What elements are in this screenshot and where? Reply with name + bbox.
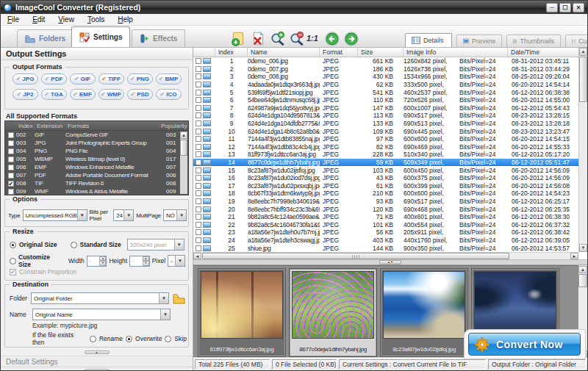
file-list-vscrollbar[interactable]: ▲ ▼ [578, 48, 587, 252]
add-files-icon[interactable] [230, 31, 246, 47]
file-checkbox[interactable] [196, 58, 201, 64]
col-extension[interactable]: Extension [35, 121, 65, 130]
format-button-gif[interactable]: ✔GIF [70, 73, 96, 84]
format-button-tiff[interactable]: ✔TIFF [98, 73, 124, 84]
constrain-checkbox[interactable]: ✔ [10, 269, 16, 275]
thumbnail-cell-3[interactable]: 8c23af87jw1du02ijsfloj.jpg [380, 268, 468, 357]
format-button-jpg[interactable]: ✔JPG [12, 73, 38, 84]
chevron-down-icon[interactable]: ▼ [176, 210, 186, 220]
file-row-5[interactable]: 5539f69f5jw1dtf21siopj.jpgJPEG541 KB460x… [193, 88, 578, 96]
scrollbar-thumb[interactable] [180, 140, 187, 156]
splitter-handle[interactable]: ▲▼ [379, 260, 401, 264]
radio-standard-size[interactable] [71, 242, 77, 248]
zoom-out-icon[interactable] [289, 31, 305, 47]
zoom-in-icon[interactable] [270, 31, 286, 47]
col-size[interactable]: Size [358, 48, 404, 57]
file-row-9[interactable]: 9624d4e1dga104dfdb2775&69...JPEG133 KB69… [193, 120, 578, 128]
file-checkbox[interactable] [196, 183, 201, 189]
format-row-pdf[interactable]: 007PDFAdobe Portable Document Format006 [5, 171, 188, 179]
default-settings-collapser[interactable]: ▲ [1, 350, 193, 355]
format-row-gif[interactable]: 002GIFCompuServe GIF003 [5, 131, 188, 139]
format-checkbox[interactable] [8, 189, 14, 195]
col-index[interactable]: Index [16, 121, 35, 130]
file-row-11[interactable]: 117144a4f3jw1dtb83855naj.jpgJPEG97 KB600… [193, 135, 578, 143]
spin-down-icon[interactable]: ▼ [99, 261, 106, 266]
chevron-down-icon[interactable]: ▼ [159, 293, 168, 303]
format-button-jp2[interactable]: ✔JP2 [12, 89, 38, 100]
panel-splitter[interactable]: ▲▼ [193, 259, 587, 265]
file-checkbox[interactable] [196, 129, 201, 134]
scroll-down-icon[interactable]: ▼ [579, 244, 587, 252]
file-checkbox[interactable] [196, 237, 201, 243]
minimize-button[interactable]: ─ [546, 3, 558, 12]
file-row-25[interactable]: 25shiue.jpgJPEG144 KB900x350 pixel,Bits/… [193, 244, 578, 252]
menu-edit[interactable]: Edit [26, 15, 51, 24]
format-checkbox[interactable]: ✔ [8, 181, 14, 187]
radio-skip[interactable] [165, 336, 171, 342]
width-stepper[interactable]: - ▲▼ [87, 256, 107, 267]
file-checkbox[interactable] [196, 190, 201, 196]
autumn-forest-thumbnail[interactable] [201, 271, 283, 339]
file-checkbox[interactable] [196, 66, 201, 72]
col-image-info[interactable]: Image Info [404, 48, 508, 57]
scroll-left-icon[interactable]: ◄ [193, 253, 201, 259]
file-checkbox[interactable] [196, 214, 201, 220]
spin-down-icon[interactable]: ▼ [143, 261, 149, 266]
file-row-24[interactable]: 24a18a56e7jw1dteh3cswagj.jpgJPEG403 KB44… [193, 237, 578, 245]
menu-tools[interactable]: Tools [81, 15, 111, 24]
format-button-tga[interactable]: ✔TGA [41, 89, 67, 100]
format-row-wmf[interactable]: 009WMFWindows & Aldus Metafile009 [5, 187, 188, 195]
title-bar[interactable]: ImageCool Converter (Registered) ─ ☐ ✕ [1, 1, 587, 14]
format-row-png[interactable]: 004PNGPNG File004 [5, 147, 188, 155]
format-button-ico[interactable]: ✔ICO [156, 89, 182, 100]
menu-view[interactable]: View [51, 15, 81, 24]
format-button-psd[interactable]: ✔PSD [127, 89, 153, 100]
tab-thumbnails[interactable]: Thumbnails [506, 35, 561, 47]
file-checkbox[interactable] [196, 198, 201, 204]
tab-folders[interactable]: Folders [17, 29, 74, 47]
format-checkbox[interactable] [8, 173, 14, 179]
chevron-down-icon[interactable]: ▼ [77, 210, 87, 220]
format-checkbox[interactable] [8, 140, 14, 146]
file-row-12[interactable]: 127144a4f3jw1dtb83c4cb4j.jpgJPEG82 KB690… [193, 143, 578, 151]
standard-size-select[interactable]: 320x240 pixel ▼ [127, 239, 184, 251]
file-row-10[interactable]: 10624d4e1dga14b8c62a8b0&69...JPEG109 KB6… [193, 127, 578, 135]
scrollbar-thumb[interactable] [202, 253, 509, 259]
thumbnail-cell-1[interactable]: 81ff973fjw1dttcc6an3aj.jpg [198, 268, 286, 357]
maximize-button[interactable]: ☐ [559, 3, 571, 12]
file-row-16[interactable]: 168c23af87jw1du02iod7dsj.jpgJPEG43 KB600… [193, 174, 578, 182]
multipage-select[interactable]: NO ▼ [163, 209, 187, 221]
menu-file[interactable]: File [1, 15, 26, 24]
scrollbar-thumb[interactable] [578, 274, 587, 287]
flower-meadow-thumbnail[interactable] [292, 271, 374, 339]
format-row-emf[interactable]: 006EMFWindows Enhanced Metafile007 [5, 163, 188, 171]
format-button-png[interactable]: ✔PNG [127, 73, 153, 84]
format-checkbox[interactable] [8, 165, 14, 170]
formats-table-scrollbar[interactable]: ▲ [180, 132, 187, 194]
file-checkbox[interactable] [196, 151, 201, 157]
name-select[interactable]: Original Name ▼ [32, 309, 171, 320]
col-name[interactable]: Name [248, 48, 320, 57]
file-row-15[interactable]: 158c23af87jw1du02ijsfloj.jpgJPEG103 KB60… [193, 166, 578, 174]
file-row-20[interactable]: 208e8eebc7hbff934c23c3b&690...JPEG120 KB… [193, 205, 578, 213]
format-button-wmf[interactable]: ✔WMF [98, 89, 124, 100]
file-row-19[interactable]: 198e8eebc7h7998eb340619&69...JPEG93 KB69… [193, 198, 578, 206]
format-row-tif[interactable]: ✔008TIFTIFF Revision 6008 [5, 179, 188, 187]
scroll-right-icon[interactable]: ► [570, 253, 578, 259]
format-button-emf[interactable]: ✔EMF [70, 89, 96, 100]
convert-now-button[interactable]: Convert Now [468, 333, 581, 356]
file-checkbox[interactable] [196, 73, 201, 79]
col-formats[interactable]: Formats [65, 121, 159, 130]
file-checkbox[interactable] [196, 245, 201, 251]
file-checkbox[interactable] [196, 105, 201, 111]
col-popularity[interactable]: Popularity [159, 121, 188, 130]
file-row-17[interactable]: 178c23af87jw1du02pxsxqbj.jpgJPEG61 KB600… [193, 182, 578, 190]
file-row-3[interactable]: 30demo_008.jpgJPEG430 KB1534x966 pixel,B… [193, 73, 578, 81]
scrollbar-thumb[interactable] [579, 57, 587, 102]
col-datetime[interactable]: Date/Time [508, 48, 578, 57]
format-row-jpg[interactable]: 003JPGJoint Photographic Experts Group00… [5, 139, 188, 147]
menu-help[interactable]: Help [111, 15, 140, 24]
folder-select[interactable]: Original Folder ▼ [31, 292, 169, 304]
col-format[interactable]: Format [320, 48, 358, 57]
file-checkbox[interactable] [196, 120, 201, 126]
